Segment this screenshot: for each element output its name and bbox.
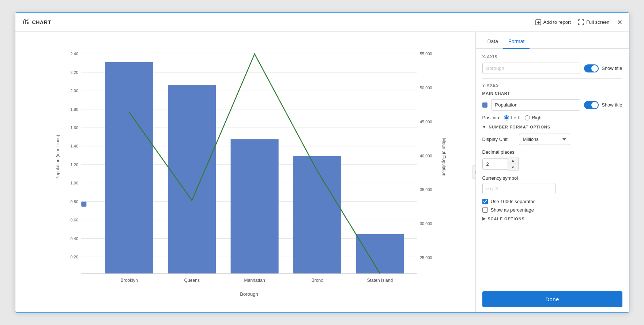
svg-text:1.39: 1.39 <box>313 149 321 154</box>
svg-text:Population (in millions): Population (in millions) <box>55 135 60 180</box>
svg-text:Brooklyn: Brooklyn <box>120 278 138 283</box>
svg-text:45,000: 45,000 <box>419 120 432 124</box>
svg-rect-0 <box>23 21 24 24</box>
svg-text:2.40: 2.40 <box>70 52 78 56</box>
decimal-places-input[interactable] <box>482 158 508 170</box>
svg-text:50,000: 50,000 <box>419 86 432 90</box>
svg-rect-47 <box>356 234 404 273</box>
scale-options-label: SCALE OPTIONS <box>487 217 524 221</box>
svg-rect-41 <box>168 85 216 273</box>
currency-row: Currency symbol <box>482 175 622 194</box>
position-right-label: Right <box>532 115 543 120</box>
svg-text:2.23: 2.23 <box>187 77 196 82</box>
svg-text:1.59: 1.59 <box>250 131 259 137</box>
section-divider-1 <box>482 78 622 79</box>
y-axis-show-title-label: Show title <box>602 102 622 108</box>
spinner-buttons: ▲ ▼ <box>508 157 519 171</box>
y-axis-legend-color <box>482 102 487 108</box>
svg-text:Staten Island: Staten Island <box>367 278 393 283</box>
position-left-label: Left <box>511 115 519 120</box>
svg-text:Mean of Population: Mean of Population <box>441 138 447 176</box>
position-label: Position: <box>482 115 501 120</box>
svg-text:25,000: 25,000 <box>419 255 432 260</box>
y-axis-show-title-toggle[interactable] <box>584 101 599 109</box>
modal-title: CHART <box>32 19 52 25</box>
position-row: Position: Left Right <box>482 115 622 120</box>
full-screen-button[interactable]: Full screen <box>578 19 610 25</box>
position-right-radio[interactable] <box>525 115 530 120</box>
svg-rect-2 <box>27 22 29 24</box>
svg-text:40,000: 40,000 <box>419 154 432 158</box>
chart-svg: 2.40 2.20 2.00 1.80 1.60 1.40 1.20 1.00 … <box>23 39 472 305</box>
svg-text:Bronx: Bronx <box>311 278 323 283</box>
x-axis-show-title-toggle[interactable] <box>584 64 599 72</box>
done-button[interactable]: Done <box>482 291 622 307</box>
spinner-up-button[interactable]: ▲ <box>508 157 518 164</box>
number-format-collapsible[interactable]: ▼ NUMBER FORMAT OPTIONS <box>482 125 622 129</box>
spinner-down-button[interactable]: ▼ <box>508 164 518 171</box>
svg-text:55,000: 55,000 <box>419 52 432 56</box>
main-chart-label: MAIN CHART <box>482 91 622 96</box>
modal-body: 2.40 2.20 2.00 1.80 1.60 1.40 1.20 1.00 … <box>15 32 629 312</box>
svg-text:2.00: 2.00 <box>70 89 78 93</box>
position-right-option[interactable]: Right <box>525 115 543 120</box>
chart-icon <box>22 18 29 27</box>
svg-text:30,000: 30,000 <box>419 221 432 226</box>
svg-text:1.60: 1.60 <box>70 126 78 130</box>
svg-text:1.80: 1.80 <box>70 107 78 112</box>
position-left-radio[interactable] <box>504 115 509 120</box>
svg-text:2.20: 2.20 <box>70 70 78 75</box>
panel-content: X-AXIS Show title Y-AXES MAIN CHART <box>476 49 629 286</box>
currency-symbol-input[interactable] <box>482 183 556 194</box>
svg-text:0.20: 0.20 <box>70 255 78 259</box>
svg-text:Borough: Borough <box>240 291 258 297</box>
add-to-report-label: Add to report <box>543 19 571 25</box>
decimal-places-label: Decimal places <box>482 149 622 155</box>
panel-tabs: Data Format <box>476 32 629 49</box>
collapse-panel-button[interactable]: ▶ <box>472 165 475 179</box>
close-button[interactable]: ✕ <box>617 19 622 26</box>
chart-wrapper: 2.40 2.20 2.00 1.80 1.60 1.40 1.20 1.00 … <box>23 39 472 305</box>
scale-collapse-arrow: ▶ <box>482 216 486 221</box>
use-1000s-checkbox[interactable] <box>482 199 488 204</box>
svg-text:0.60: 0.60 <box>70 218 78 222</box>
tab-format[interactable]: Format <box>503 35 530 49</box>
right-panel: Data Format X-AXIS Show title <box>475 32 629 312</box>
chart-modal: CHART Add to report Full screen ✕ <box>15 12 629 313</box>
svg-text:0.80: 0.80 <box>70 199 78 204</box>
x-axis-input[interactable] <box>482 63 581 74</box>
svg-text:2.50: 2.50 <box>125 54 133 59</box>
main-container: CHART Add to report Full screen ✕ <box>0 0 644 325</box>
add-to-report-button[interactable]: Add to report <box>535 19 571 25</box>
full-screen-label: Full screen <box>586 19 610 25</box>
svg-text:Manhattan: Manhattan <box>244 278 265 283</box>
show-percentage-row: Show as percentage <box>482 207 622 213</box>
display-unit-row: Display Unit None Thousands Millions Bil… <box>482 134 622 145</box>
svg-rect-43 <box>230 139 278 273</box>
decimal-input-container: ▲ ▼ <box>482 157 519 171</box>
tab-data[interactable]: Data <box>482 35 504 49</box>
currency-symbol-label: Currency symbol <box>482 175 622 181</box>
show-percentage-label: Show as percentage <box>491 207 534 213</box>
scale-options-section: ▶ SCALE OPTIONS <box>482 216 622 221</box>
show-percentage-checkbox[interactable] <box>482 207 488 213</box>
chart-area: 2.40 2.20 2.00 1.80 1.60 1.40 1.20 1.00 … <box>15 32 475 312</box>
x-axis-toggle-container: Show title <box>584 64 622 72</box>
y-axes-form-row: Show title <box>482 99 622 111</box>
scale-options-collapsible[interactable]: ▶ SCALE OPTIONS <box>482 216 622 221</box>
svg-text:1.20: 1.20 <box>70 162 78 167</box>
svg-rect-45 <box>293 156 341 274</box>
display-unit-label: Display Unit <box>482 137 515 142</box>
x-axis-section-label: X-AXIS <box>482 55 622 59</box>
position-left-option[interactable]: Left <box>504 115 519 120</box>
y-axis-toggle-container: Show title <box>584 101 622 109</box>
y-axis-input[interactable] <box>491 99 581 111</box>
svg-text:35,000: 35,000 <box>419 187 432 192</box>
svg-rect-39 <box>105 62 153 274</box>
svg-text:0.47: 0.47 <box>376 226 384 231</box>
display-unit-select[interactable]: None Thousands Millions Billions <box>519 134 570 145</box>
x-axis-form-row: Show title <box>482 63 622 74</box>
use-1000s-label: Use 1000s separator <box>491 199 535 204</box>
header-left: CHART <box>22 18 52 27</box>
number-format-label: NUMBER FORMAT OPTIONS <box>489 125 550 129</box>
